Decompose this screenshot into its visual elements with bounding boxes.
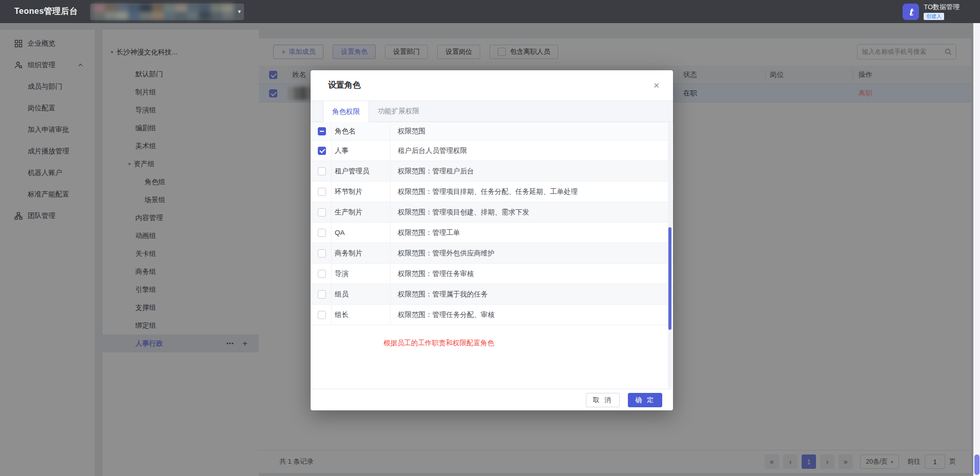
user-menu[interactable]: t TO数据管理 创建人 bbox=[903, 3, 959, 20]
tab-extended-permissions[interactable]: 功能扩展权限 bbox=[369, 101, 428, 122]
col-role-name: 角色名 bbox=[331, 122, 391, 140]
role-checkbox[interactable] bbox=[318, 188, 326, 196]
avatar: t bbox=[903, 4, 919, 20]
role-row[interactable]: 组长 权限范围：管理任务分配、审核 bbox=[311, 305, 673, 325]
cancel-button[interactable]: 取 消 bbox=[586, 393, 620, 407]
role-checkbox[interactable] bbox=[318, 208, 326, 216]
user-name: TO数据管理 bbox=[924, 3, 959, 11]
tab-role-permissions[interactable]: 角色权限 bbox=[323, 101, 369, 122]
role-checkbox[interactable] bbox=[318, 229, 326, 237]
user-role-badge: 创建人 bbox=[924, 13, 944, 20]
select-all-roles-checkbox[interactable] bbox=[318, 127, 326, 135]
chevron-down-icon: ▾ bbox=[238, 8, 241, 15]
modal-tabs: 角色权限 功能扩展权限 bbox=[311, 101, 673, 122]
censored-company-name bbox=[93, 4, 234, 19]
role-checkbox[interactable] bbox=[318, 167, 326, 175]
col-scope: 权限范围 bbox=[391, 122, 673, 140]
role-row[interactable]: 商务制片 权限范围：管理外包供应商维护 bbox=[311, 243, 673, 264]
role-row[interactable]: 租户管理员 权限范围：管理租户后台 bbox=[311, 161, 673, 182]
page-scrollbar-thumb[interactable] bbox=[974, 454, 979, 475]
role-checkbox[interactable] bbox=[318, 311, 326, 319]
modal-scrollbar-thumb[interactable] bbox=[668, 227, 671, 330]
role-checkbox[interactable] bbox=[318, 270, 326, 278]
confirm-button[interactable]: 确 定 bbox=[628, 393, 662, 407]
set-role-modal: 设置角色 ✕ 角色权限 功能扩展权限 角色名 权限范围 人事 租户后台人员管理权… bbox=[311, 70, 673, 410]
role-row[interactable]: 导演 权限范围：管理任务审核 bbox=[311, 264, 673, 284]
role-checkbox[interactable] bbox=[318, 290, 326, 299]
modal-title: 设置角色 bbox=[328, 80, 361, 91]
role-row[interactable]: QA 权限范围：管理工单 bbox=[311, 223, 673, 243]
close-icon[interactable]: ✕ bbox=[653, 81, 660, 90]
company-selector[interactable]: ▾ bbox=[90, 4, 244, 20]
role-checkbox[interactable] bbox=[318, 147, 326, 155]
role-row[interactable]: 人事 租户后台人员管理权限 bbox=[311, 141, 673, 161]
role-row[interactable]: 组员 权限范围：管理属于我的任务 bbox=[311, 284, 673, 305]
role-row[interactable]: 生产制片 权限范围：管理项目创建、排期、需求下发 bbox=[311, 202, 673, 223]
role-checkbox[interactable] bbox=[318, 249, 326, 257]
role-config-hint: 根据员工的工作职责和权限配置角色 bbox=[331, 339, 546, 348]
app-logo: Teones管理后台 bbox=[14, 6, 78, 17]
page-scrollbar[interactable] bbox=[973, 23, 980, 476]
role-row[interactable]: 环节制片 权限范围：管理项目排期、任务分配、任务延期、工单处理 bbox=[311, 182, 673, 202]
role-table-header: 角色名 权限范围 bbox=[311, 122, 673, 141]
topbar: Teones管理后台 ▾ t TO数据管理 创建人 bbox=[0, 0, 980, 23]
